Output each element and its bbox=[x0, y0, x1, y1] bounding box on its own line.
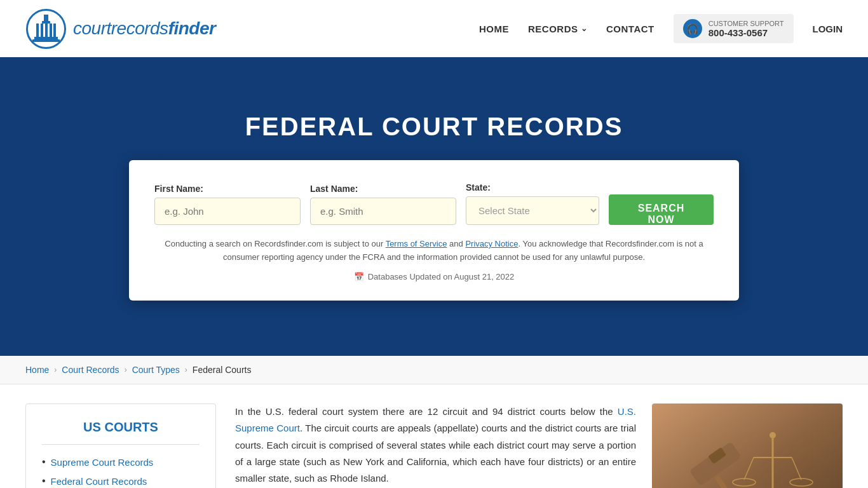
support-label: CUSTOMER SUPPORT bbox=[709, 20, 784, 27]
court-image bbox=[652, 403, 843, 488]
svg-rect-9 bbox=[53, 24, 56, 37]
svg-rect-7 bbox=[45, 24, 48, 37]
breadcrumb-sep-1: › bbox=[54, 365, 57, 374]
scales-gavel-illustration bbox=[671, 416, 824, 488]
state-select[interactable]: Select State Alabama Alaska Arizona Cali… bbox=[466, 196, 599, 225]
sidebar: US COURTS Supreme Court Records Federal … bbox=[25, 403, 216, 488]
search-button[interactable]: SEARCH NOW bbox=[609, 194, 714, 225]
first-name-group: First Name: bbox=[154, 184, 301, 225]
svg-rect-12 bbox=[715, 475, 741, 488]
sidebar-list: Supreme Court Records Federal Court Reco… bbox=[42, 456, 200, 488]
svg-line-15 bbox=[744, 458, 754, 480]
breadcrumb-court-records[interactable]: Court Records bbox=[62, 365, 119, 375]
sidebar-title: US COURTS bbox=[42, 420, 200, 445]
last-name-group: Last Name: bbox=[310, 184, 456, 225]
breadcrumb-home[interactable]: Home bbox=[25, 365, 49, 375]
state-group: State: Select State Alabama Alaska Arizo… bbox=[466, 182, 599, 225]
logo[interactable]: courtrecordsfinder bbox=[25, 8, 215, 50]
search-fields: First Name: Last Name: State: Select Sta… bbox=[154, 182, 714, 225]
headset-icon: 🎧 bbox=[683, 19, 702, 38]
svg-rect-3 bbox=[34, 37, 58, 39]
db-update: 📅 Databases Updated on August 21, 2022 bbox=[154, 272, 714, 281]
search-card: First Name: Last Name: State: Select Sta… bbox=[129, 160, 739, 301]
logo-text: courtrecordsfinder bbox=[73, 18, 215, 39]
logo-icon bbox=[25, 8, 67, 50]
hero-title: FEDERAL COURT RECORDS bbox=[245, 112, 623, 141]
list-item: Supreme Court Records bbox=[42, 456, 200, 468]
nav-records[interactable]: RECORDS ⌄ bbox=[528, 24, 587, 34]
support-info: CUSTOMER SUPPORT 800-433-0567 bbox=[709, 20, 784, 38]
breadcrumb-sep-3: › bbox=[185, 365, 187, 374]
svg-rect-5 bbox=[36, 24, 39, 37]
svg-rect-2 bbox=[42, 21, 50, 24]
calendar-icon: 📅 bbox=[354, 272, 364, 281]
breadcrumb-sep-2: › bbox=[125, 365, 127, 374]
state-label: State: bbox=[466, 182, 599, 193]
last-name-input[interactable] bbox=[310, 198, 456, 225]
breadcrumb: Home › Court Records › Court Types › Fed… bbox=[0, 356, 868, 384]
first-name-input[interactable] bbox=[154, 198, 301, 225]
supreme-court-link[interactable]: U.S. Supreme Court bbox=[235, 406, 636, 433]
svg-rect-8 bbox=[50, 24, 52, 37]
main-content: In the U.S. federal court system there a… bbox=[235, 403, 843, 488]
breadcrumb-court-types[interactable]: Court Types bbox=[132, 365, 180, 375]
nav-contact[interactable]: CONTACT bbox=[606, 24, 654, 34]
svg-point-20 bbox=[770, 432, 776, 438]
content-area: US COURTS Supreme Court Records Federal … bbox=[0, 384, 868, 488]
sidebar-federal-court[interactable]: Federal Court Records bbox=[51, 476, 147, 487]
support-box[interactable]: 🎧 CUSTOMER SUPPORT 800-433-0567 bbox=[674, 14, 794, 43]
svg-line-16 bbox=[792, 458, 801, 480]
sidebar-supreme-court[interactable]: Supreme Court Records bbox=[51, 457, 154, 468]
first-name-label: First Name: bbox=[154, 184, 301, 194]
svg-rect-4 bbox=[32, 39, 60, 42]
disclaimer-text: Conducting a search on Recordsfinder.com… bbox=[154, 238, 714, 264]
last-name-label: Last Name: bbox=[310, 184, 456, 194]
chevron-down-icon: ⌄ bbox=[581, 24, 588, 33]
nav-login[interactable]: LOGIN bbox=[813, 24, 843, 34]
nav-home[interactable]: HOME bbox=[479, 24, 509, 34]
hero-section: FEDERAL COURT RECORDS First Name: Last N… bbox=[0, 57, 868, 356]
main-nav: HOME RECORDS ⌄ CONTACT 🎧 CUSTOMER SUPPOR… bbox=[479, 14, 843, 43]
support-number: 800-433-0567 bbox=[709, 27, 784, 38]
privacy-link[interactable]: Privacy Notice bbox=[465, 239, 518, 248]
site-header: courtrecordsfinder HOME RECORDS ⌄ CONTAC… bbox=[0, 0, 868, 57]
breadcrumb-current: Federal Courts bbox=[193, 365, 252, 375]
tos-link[interactable]: Terms of Service bbox=[386, 239, 447, 248]
list-item: Federal Court Records bbox=[42, 475, 200, 487]
svg-rect-6 bbox=[41, 24, 43, 37]
